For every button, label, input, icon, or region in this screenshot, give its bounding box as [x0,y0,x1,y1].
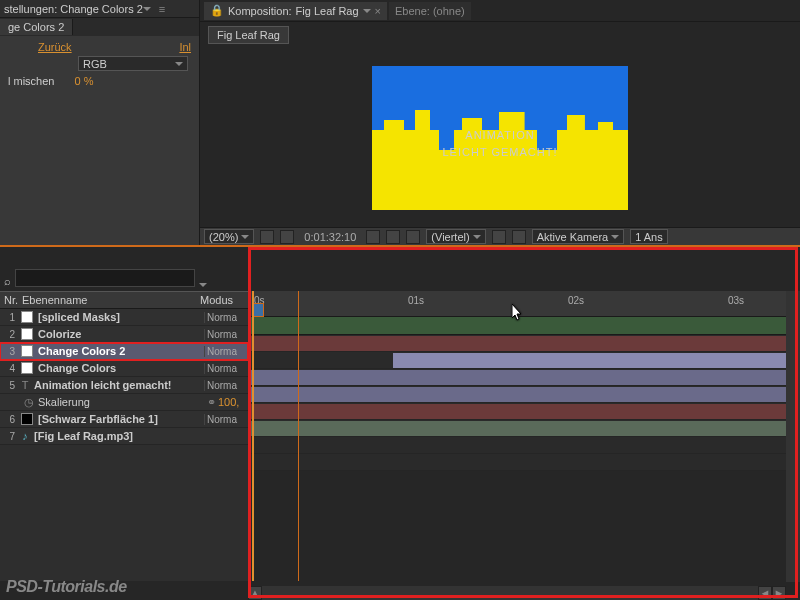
viewer-footer: (20%) 0:01:32:10 (Viertel) Aktive Kamera… [200,227,800,245]
lock-icon: 🔒 [210,4,224,17]
chevron-down-icon [175,62,183,66]
composition-viewer: 🔒 Komposition: Fig Leaf Rag × Ebene: (oh… [200,0,800,245]
color-swatch[interactable] [21,328,33,340]
channel-icon[interactable] [406,230,420,244]
camera-icon[interactable] [366,230,380,244]
dropdown-icon[interactable] [143,7,151,11]
composition-tab[interactable]: 🔒 Komposition: Fig Leaf Rag × [204,2,387,20]
layer-row[interactable]: 5 T Animation leicht gemacht! Norma [0,377,248,394]
mouse-cursor [512,304,524,322]
link-icon[interactable]: ⚭ [204,396,218,409]
quality-dropdown[interactable]: (Viertel) [426,229,485,244]
breadcrumb[interactable]: Fig Leaf Rag [208,26,289,44]
mix-label: l mischen [8,75,54,87]
timeline-tracks[interactable]: 0s 01s 02s 03s [248,291,800,581]
work-area[interactable] [248,317,800,335]
preview-canvas[interactable]: ANIMATION LEICHT GEMACHT! [200,48,800,227]
scrollbar-vertical[interactable] [786,291,800,582]
audio-icon: ♪ [18,430,32,442]
scrollbar-horizontal[interactable]: ▲ ◄ ► [248,586,786,600]
effect-title: stellungen: Change Colors 2 [4,3,143,15]
snapshot-icon[interactable] [386,230,400,244]
text-layer-icon: T [18,379,32,391]
effect-controls-panel: stellungen: Change Colors 2 ≡ ge Colors … [0,0,200,245]
timeline-panel: ⌕ Nr. Ebenenname Modus 1 [spliced Masks]… [0,245,800,600]
color-swatch[interactable] [21,413,33,425]
inl-link[interactable]: Inl [179,41,191,53]
color-swatch[interactable] [21,311,33,323]
layer-row[interactable]: 6 [Schwarz Farbfläche 1] Norma [0,411,248,428]
mask-icon[interactable] [280,230,294,244]
back-link[interactable]: Zurück [38,41,72,53]
time-ruler[interactable]: 0s 01s 02s 03s [248,291,800,317]
zoom-out-icon[interactable]: ▲ [248,586,262,600]
scroll-right-icon[interactable]: ► [772,586,786,600]
views-dropdown[interactable]: 1 Ans [630,229,668,244]
grid-icon[interactable] [260,230,274,244]
effect-tab[interactable]: ge Colors 2 [0,19,73,35]
layer-list: Nr. Ebenenname Modus 1 [spliced Masks] N… [0,291,248,581]
camera-dropdown[interactable]: Aktive Kamera [532,229,625,244]
scroll-left-icon[interactable]: ◄ [758,586,772,600]
colorspace-dropdown[interactable]: RGB [78,56,188,71]
layer-row-selected[interactable]: 3 Change Colors 2 Norma [0,343,248,360]
stopwatch-icon[interactable]: ◷ [24,396,34,409]
layer-tab[interactable]: Ebene: (ohne) [389,2,471,20]
zoom-dropdown[interactable]: (20%) [204,229,254,244]
property-row[interactable]: ◷ Skalierung ⚭ 100, [0,394,248,411]
color-swatch[interactable] [21,345,33,357]
timecode[interactable]: 0:01:32:10 [300,231,360,243]
menu-icon[interactable]: ≡ [159,3,165,15]
layer-row[interactable]: 7 ♪ [Fig Leaf Rag.mp3] [0,428,248,445]
close-icon[interactable]: × [375,5,381,17]
watermark: PSD-Tutorials.de [6,578,127,596]
layer-row[interactable]: 1 [spliced Masks] Norma [0,309,248,326]
chevron-down-icon[interactable] [363,9,371,13]
col-nr[interactable]: Nr. [0,294,22,306]
chevron-down-icon[interactable] [199,283,207,287]
layer-row[interactable]: 4 Change Colors Norma [0,360,248,377]
region-icon[interactable] [492,230,506,244]
transparency-icon[interactable] [512,230,526,244]
col-name[interactable]: Ebenenname [22,294,200,306]
color-swatch[interactable] [21,362,33,374]
in-point[interactable] [252,291,254,581]
search-icon[interactable]: ⌕ [4,275,11,287]
layer-row[interactable]: 2 Colorize Norma [0,326,248,343]
col-mode[interactable]: Modus [200,294,248,306]
mix-value[interactable]: 0 % [74,75,93,87]
search-input[interactable] [15,269,195,287]
current-time-indicator[interactable] [298,291,299,581]
